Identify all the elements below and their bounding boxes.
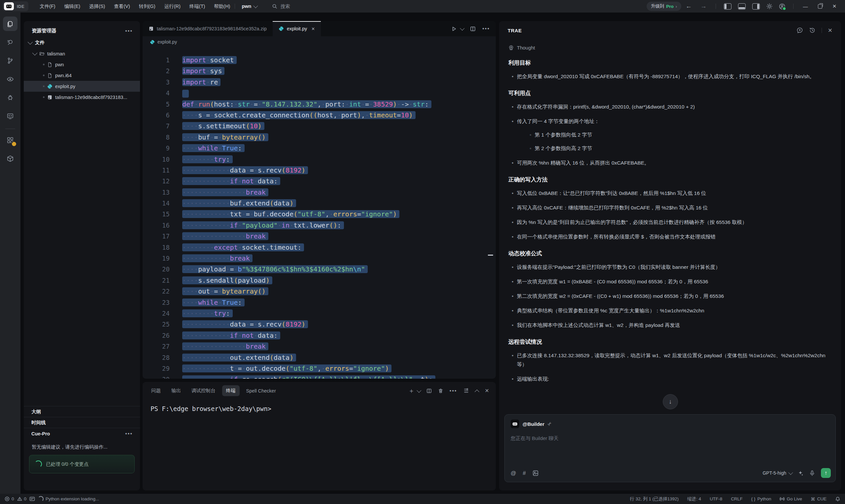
context-hash-button[interactable]: # (523, 470, 526, 476)
panel-layout-icon[interactable] (463, 388, 469, 394)
code-line-18[interactable]: 18········except·socket.timeout: (143, 242, 492, 253)
new-terminal-button[interactable]: ＋ (408, 386, 415, 395)
code-line-2[interactable]: 2import·sys (143, 66, 492, 76)
activity-preview-button[interactable] (3, 72, 17, 86)
mention-button[interactable]: @ (511, 470, 516, 476)
language-mode[interactable]: { }Python (751, 497, 771, 501)
panel-tab-问题[interactable]: 问题 (147, 385, 165, 396)
panel-tab-调试控制台[interactable]: 调试控制台 (188, 385, 219, 396)
activity-explorer-button[interactable] (3, 17, 17, 31)
global-search[interactable]: 搜索 (272, 3, 290, 10)
outline-section[interactable]: 大纲 (24, 406, 140, 417)
cue-button[interactable]: ⌘CUE (811, 497, 827, 502)
explorer-more-button[interactable]: ••• (125, 28, 133, 34)
code-line-15[interactable]: 15············txt·=·buf.decode("utf-8",·… (143, 209, 492, 220)
trash-icon[interactable] (438, 388, 443, 394)
code-line-13[interactable]: 13················break (143, 187, 492, 198)
code-line-8[interactable]: 8····buf·=·bytearray() (143, 132, 492, 143)
scroll-to-bottom-button[interactable]: ↓ (663, 394, 678, 409)
menubar-item[interactable]: 运行(R) (164, 3, 180, 10)
timeline-section[interactable]: 时间线 (24, 417, 140, 428)
cursor-position[interactable]: 行 32, 列 1 (已选择1392) (630, 496, 679, 502)
project-switcher[interactable]: pwn (242, 4, 257, 9)
menubar-item[interactable]: 编辑(E) (64, 3, 80, 10)
terminal-dropdown-chevron[interactable] (417, 388, 421, 393)
indent-setting[interactable]: 缩进: 4 (687, 496, 701, 502)
panel-more-button[interactable]: ••• (450, 388, 457, 394)
close-chat-button[interactable]: ✕ (828, 27, 832, 34)
code-line-20[interactable]: 20····payload·=·b"%3$47806c%1$hn%3$4160c… (143, 264, 492, 275)
new-chat-icon[interactable] (796, 27, 803, 34)
code-line-12[interactable]: 12············if·not·data: (143, 176, 492, 187)
code-line-9[interactable]: 9····while·True: (143, 143, 492, 154)
activity-search-button[interactable] (3, 35, 17, 50)
code-line-24[interactable]: 24········try: (143, 308, 492, 319)
run-button[interactable] (451, 26, 457, 32)
code-line-5[interactable]: 5def·run(host:·str·=·"8.147.132.32",·por… (143, 99, 492, 110)
enhance-prompt-icon[interactable] (797, 470, 804, 476)
cue-pro-section[interactable]: Cue-Pro ••• (24, 428, 140, 439)
restore-button[interactable] (813, 0, 827, 13)
run-dropdown-chevron[interactable] (460, 26, 465, 31)
tree-file-pwn[interactable]: pwn (24, 59, 140, 70)
code-line-19[interactable]: 19············break (143, 253, 492, 264)
menubar-item[interactable]: 终端(T) (190, 3, 205, 10)
code-line-4[interactable]: 4 (143, 88, 492, 98)
errors-indicator[interactable]: 0 (5, 497, 14, 501)
code-line-3[interactable]: 3import·re (143, 77, 492, 88)
code-line-29[interactable]: 29············t·=·out.decode("utf-8",·er… (143, 363, 492, 374)
menubar-item[interactable]: 文件(F) (40, 3, 55, 10)
menubar-item[interactable]: 转到(G) (139, 3, 156, 10)
notifications-bell-button[interactable] (835, 497, 840, 502)
close-tab-button[interactable]: ✕ (311, 26, 315, 31)
code-line-11[interactable]: 11············data·=·s.recv(8192) (143, 165, 492, 176)
code-line-27[interactable]: 27················break (143, 341, 492, 352)
editor-more-button[interactable]: ••• (482, 26, 490, 32)
tree-file-talisman-12e9d8cabc8f7923183...[interactable]: talisman-12e9d8cabc8f7923183... (24, 92, 140, 103)
activity-extensions-button[interactable] (3, 133, 17, 147)
code-line-10[interactable]: 10········try: (143, 154, 492, 165)
panel-tab-终端[interactable]: 终端 (222, 385, 240, 396)
model-selector[interactable]: GPT-5-high (762, 470, 792, 475)
tree-section-files[interactable]: 文件 (24, 37, 140, 48)
thought-label[interactable]: Thought (508, 45, 831, 51)
send-button[interactable]: ↑ (821, 468, 831, 478)
toggle-left-sidebar-button[interactable] (724, 3, 732, 10)
code-line-16[interactable]: 16············if·"payload"·in·txt.lower(… (143, 220, 492, 231)
activity-package-button[interactable] (3, 151, 17, 166)
python-loading-indicator[interactable]: Python extension loading... (38, 496, 99, 502)
code-line-7[interactable]: 7····s.settimeout(10) (143, 121, 492, 132)
activity-source-control-button[interactable] (3, 53, 17, 68)
scrollbar-thumb[interactable] (488, 255, 493, 256)
history-icon[interactable] (809, 27, 816, 34)
tree-file-exploit.py[interactable]: exploit.py (24, 81, 140, 92)
settings-gear-button[interactable] (766, 3, 773, 10)
cue-more-button[interactable]: ••• (125, 431, 133, 437)
editor-tab-active[interactable]: exploit.py✕ (272, 21, 321, 36)
upgrade-pro-button[interactable]: 升级到 Pro › (647, 2, 681, 11)
menubar-item[interactable]: 帮助(H) (214, 3, 230, 10)
editor-tab-inactive[interactable]: talisman-12e9d8cabc8f7923183e981845ce352… (143, 21, 272, 36)
code-line-28[interactable]: 28············out.extend(data) (143, 352, 492, 363)
attach-image-button[interactable] (532, 470, 539, 476)
split-terminal-icon[interactable] (426, 388, 432, 394)
panel-tab-Spell Checker[interactable]: Spell Checker (242, 386, 280, 396)
panel-tab-输出[interactable]: 输出 (168, 385, 185, 396)
code-line-6[interactable]: 6····s·=·socket.create_connection((host,… (143, 110, 492, 121)
terminal-prompt[interactable]: PS F:\edge browser\web-2day\pwn> (151, 405, 271, 412)
close-panel-button[interactable]: ✕ (485, 388, 489, 394)
encoding-setting[interactable]: UTF-8 (710, 497, 722, 501)
code-line-23[interactable]: 23····while·True: (143, 297, 492, 308)
warnings-indicator[interactable]: 0 (17, 497, 27, 501)
activity-debug-button[interactable] (3, 90, 17, 105)
eol-setting[interactable]: CRLF (731, 497, 742, 501)
minimize-button[interactable]: — (798, 0, 813, 13)
code-line-30[interactable]: 30············if·re.search(r"(ICQ)\{[A-}… (143, 374, 492, 379)
navigate-forward-button[interactable]: → (696, 3, 711, 10)
code-line-1[interactable]: 1import·socket (143, 55, 492, 66)
split-editor-icon[interactable] (470, 26, 476, 32)
toggle-right-sidebar-button[interactable] (752, 3, 760, 10)
code-line-17[interactable]: 17················break (143, 231, 492, 242)
code-editor[interactable]: 1import·socket2import·sys3import·re45def… (143, 55, 492, 379)
builder-tools-icon[interactable]: ✂ (546, 420, 553, 428)
